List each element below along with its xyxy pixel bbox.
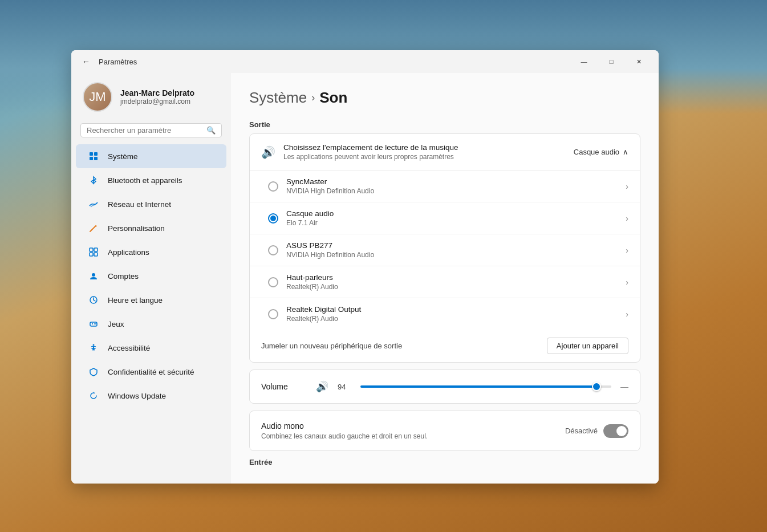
nav-icon-comptes [87,270,100,282]
sidebar-item-heure[interactable]: Heure et langue [76,288,226,312]
sidebar-item-reseau[interactable]: Réseau et Internet [76,192,226,216]
titlebar: ← Paramètres — □ ✕ [71,50,659,73]
chevron-right-icon: › [626,214,628,223]
output-title: Choisissez l'emplacement de lecture de l… [283,143,566,152]
nav-icon-apps [87,246,100,258]
volume-label: Volume [261,382,307,391]
device-row[interactable]: Realtek Digital OutputRealtek(R) Audio› [250,298,640,330]
device-info: ASUS PB277NVIDIA High Definition Audio [286,241,618,259]
volume-slider[interactable] [360,385,611,388]
user-info: Jean-Marc Delprato jmdelprato@gmail.com [120,88,194,105]
device-row[interactable]: Haut-parleursRealtek(R) Audio› [250,266,640,298]
maximize-button[interactable]: □ [598,52,624,71]
volume-fill [360,385,596,388]
svg-point-18 [95,323,96,324]
nav-icon-systeme [87,150,100,163]
nav-icon-bluetooth [87,174,100,186]
device-driver: Realtek(R) Audio [286,283,618,291]
user-name: Jean-Marc Delprato [120,88,194,98]
user-card: JM Jean-Marc Delprato jmdelprato@gmail.c… [71,73,231,123]
device-radio [268,213,278,224]
sidebar-item-jeux[interactable]: Jeux [76,312,226,336]
sidebar-item-systeme[interactable]: Système [76,144,226,168]
search-box[interactable]: 🔍 [80,123,222,137]
nav-label-perso: Personnalisation [108,224,165,233]
back-button[interactable]: ← [78,54,94,70]
device-row[interactable]: ASUS PB277NVIDIA High Definition Audio› [250,234,640,266]
nav-icon-update [87,389,100,402]
volume-max-icon: — [620,382,628,391]
svg-point-19 [93,344,95,346]
sidebar-item-bluetooth[interactable]: Bluetooth et appareils [76,168,226,192]
device-radio [268,245,278,255]
volume-thumb [592,382,601,391]
mono-card: Audio mono Combinez les canaux audio gau… [249,411,640,451]
nav-label-systeme: Système [108,152,138,161]
svg-rect-9 [94,253,98,256]
pair-row: Jumeler un nouveau périphérique de sorti… [250,330,640,362]
svg-line-13 [94,300,95,301]
pair-text: Jumeler un nouveau périphérique de sorti… [261,342,547,350]
svg-rect-8 [90,253,93,256]
window-body: JM Jean-Marc Delprato jmdelprato@gmail.c… [71,73,659,484]
nav-list: SystèmeBluetooth et appareilsRéseau et I… [71,144,231,408]
device-row[interactable]: Casque audioElo 7.1 Air› [250,202,640,234]
settings-window: ← Paramètres — □ ✕ JM Jean-Marc Delprato… [71,50,659,484]
minimize-button[interactable]: — [571,52,597,71]
volume-row: Volume 🔊 94 — [250,370,640,403]
window-title: Paramètres [99,58,137,66]
svg-rect-0 [90,152,93,156]
device-driver: Elo 7.1 Air [286,219,618,227]
output-subtitle: Les applications peuvent avoir leurs pro… [283,153,566,161]
device-name: ASUS PB277 [286,241,618,250]
nav-label-jeux: Jeux [108,320,124,328]
nav-icon-perso [87,222,100,234]
breadcrumb-chevron: › [311,92,315,104]
volume-icon: 🔊 [316,380,328,393]
add-device-button[interactable]: Ajouter un appareil [547,338,628,354]
svg-point-10 [92,273,95,277]
device-info: SyncMasterNVIDIA High Definition Audio [286,177,618,195]
device-info: Haut-parleursRealtek(R) Audio [286,273,618,291]
svg-rect-2 [90,157,93,160]
search-icon: 🔍 [206,126,216,135]
chevron-right-icon: › [626,182,628,191]
close-button[interactable]: ✕ [626,52,652,71]
search-input[interactable] [87,126,202,135]
nav-label-accessibilite: Accessibilité [108,344,150,352]
sidebar-item-comptes[interactable]: Comptes [76,264,226,288]
device-info: Realtek Digital OutputRealtek(R) Audio [286,305,618,323]
nav-label-bluetooth: Bluetooth et appareils [108,176,182,185]
entree-label: Entrée [249,458,640,466]
sidebar-item-confidentialite[interactable]: Confidentialité et sécurité [76,360,226,384]
sidebar-item-accessibilite[interactable]: Accessibilité [76,336,226,360]
nav-label-update: Windows Update [108,392,166,400]
device-radio [268,277,278,287]
nav-label-heure: Heure et langue [108,296,163,304]
svg-line-4 [90,226,96,232]
speaker-icon: 🔊 [261,145,275,159]
mono-status: Désactivé [565,427,598,435]
mono-toggle[interactable] [603,424,628,438]
device-row[interactable]: SyncMasterNVIDIA High Definition Audio› [250,170,640,202]
mono-row: Audio mono Combinez les canaux audio gau… [250,411,640,450]
avatar: JM [83,82,112,112]
chevron-right-icon: › [626,246,628,255]
sortie-label: Sortie [249,120,640,129]
output-header[interactable]: 🔊 Choisissez l'emplacement de lecture de… [250,134,640,170]
volume-card: Volume 🔊 94 — [249,369,640,404]
svg-point-17 [94,323,95,324]
chevron-right-icon: › [626,278,628,287]
sidebar-item-apps[interactable]: Applications [76,240,226,264]
device-driver: NVIDIA High Definition Audio [286,187,618,195]
nav-icon-confidentialite [87,366,100,378]
chevron-up-icon: ∧ [623,148,628,156]
nav-icon-accessibilite [87,342,100,354]
device-selector[interactable]: Casque audio ∧ [574,148,628,156]
volume-number: 94 [338,383,351,391]
sidebar-item-perso[interactable]: Personnalisation [76,216,226,240]
mono-description: Combinez les canaux audio gauche et droi… [261,432,565,440]
sidebar-item-update[interactable]: Windows Update [76,384,226,408]
nav-label-confidentialite: Confidentialité et sécurité [108,368,194,376]
selected-device-name: Casque audio [574,148,619,156]
